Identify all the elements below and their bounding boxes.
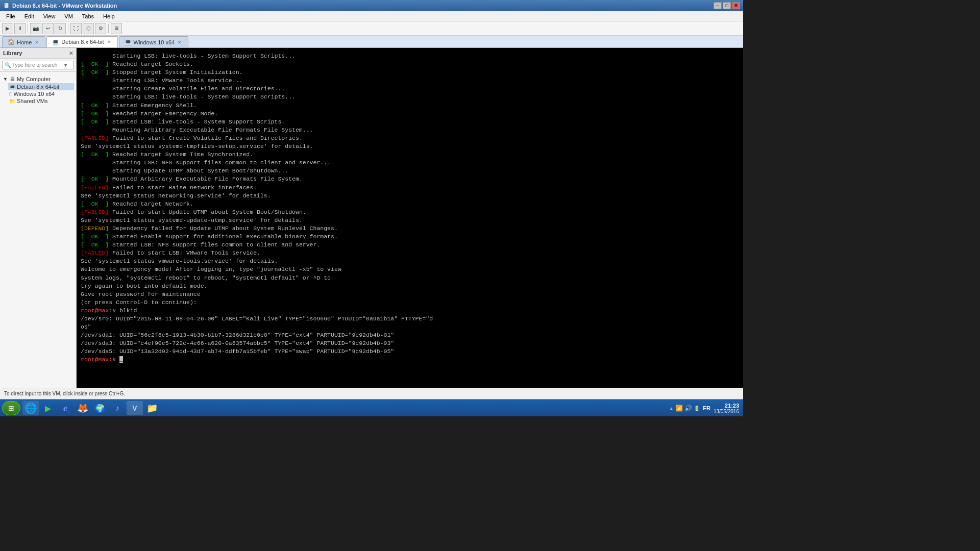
maximize-button[interactable]: □ xyxy=(723,2,731,9)
term-line: [FAILED] Failed to start Update UTMP abo… xyxy=(81,208,739,216)
toolbar-snapshot-btn[interactable]: 📷 xyxy=(30,23,41,34)
library-header: Library ✕ xyxy=(0,48,76,59)
toolbar: ▶ ⏸ 📷 ↩ ↻ ⛶ ⬡ ⚙ 🖥 xyxy=(0,21,743,36)
sidebar-item-debian[interactable]: 💻 Debian 8.x 64-bit xyxy=(8,83,74,90)
menu-view[interactable]: View xyxy=(39,12,60,20)
status-bar: To direct input to this VM, click inside… xyxy=(0,388,743,399)
tab-home-close[interactable]: ✕ xyxy=(34,39,40,45)
tab-windows10[interactable]: 💻 Windows 10 x64 ✕ xyxy=(119,36,189,47)
term-line: Give root password for maintenance xyxy=(81,290,739,298)
library-close-button[interactable]: ✕ xyxy=(69,51,73,56)
taskbar-firefox[interactable]: 🦊 xyxy=(75,401,91,415)
tray-up-icon[interactable]: ▲ xyxy=(669,406,674,411)
menu-file[interactable]: File xyxy=(2,12,19,20)
term-line: try again to boot into default mode. xyxy=(81,282,739,290)
term-line: Starting Update UTMP about System Boot/S… xyxy=(81,167,739,175)
tab-windows10-close[interactable]: ✕ xyxy=(177,39,183,45)
toolbar-power-btn[interactable]: ▶ xyxy=(2,23,13,34)
term-line: /dev/sda1: UUID="56e2f6c5-1913-4b30-b1b7… xyxy=(81,331,739,339)
term-line: (or press Control-D to continue): xyxy=(81,298,739,307)
chrome-icon: 🌐 xyxy=(24,402,37,414)
itunes-icon: ♪ xyxy=(115,404,119,413)
debian-label: Debian 8.x 64-bit xyxy=(17,84,59,90)
term-line: See 'systemctl status systemd-update-utm… xyxy=(81,216,739,224)
term-line: [ OK ] Reached target Emergency Mode. xyxy=(81,110,739,118)
taskbar-network[interactable]: 🌍 xyxy=(92,401,108,415)
home-icon: 🏠 xyxy=(8,39,15,45)
terminal-display[interactable]: Starting LSB: live-tools - System Suppor… xyxy=(77,48,743,388)
term-line: [ OK ] Started LSB: live-tools - System … xyxy=(81,118,739,126)
term-line: /dev/sda5: UUID="13a32d92-94dd-43d7-ab74… xyxy=(81,347,739,356)
term-line: Starting LSB: live-tools - System Suppor… xyxy=(81,93,739,101)
minimize-button[interactable]: ─ xyxy=(714,2,722,9)
term-line: [ OK ] Reached target Network. xyxy=(81,200,739,208)
network-icon: 🌍 xyxy=(95,404,105,413)
term-line: /dev/sr0: UUID="2015-08-11-08-04-26-00" … xyxy=(81,315,739,323)
tab-home[interactable]: 🏠 Home ✕ xyxy=(2,36,45,47)
toolbar-revert-btn[interactable]: ↩ xyxy=(42,23,54,34)
tab-debian[interactable]: 💻 Debian 8.x 64-bit ✕ xyxy=(46,36,117,47)
menu-vm[interactable]: VM xyxy=(60,12,77,20)
tab-debian-close[interactable]: ✕ xyxy=(106,39,112,45)
tray-battery-icon[interactable]: 🔋 xyxy=(694,406,700,411)
toolbar-console-btn[interactable]: 🖥 xyxy=(111,23,122,34)
ie-icon: e xyxy=(63,403,67,414)
firefox-icon: 🦊 xyxy=(77,403,88,414)
shared-label: Shared VMs xyxy=(17,98,48,104)
sidebar-item-windows10[interactable]: □ Windows 10 x64 xyxy=(8,90,74,97)
vmware-icon: V xyxy=(132,404,137,412)
sidebar-item-shared[interactable]: 📁 Shared VMs xyxy=(8,97,74,105)
term-line: See 'systemctl status systemd-tmpfiles-s… xyxy=(81,142,739,151)
taskbar-folder[interactable]: 📁 xyxy=(144,401,160,415)
term-line: [ OK ] Reached target Sockets. xyxy=(81,60,739,68)
main-content: Library ✕ 🔍 ▼ ▼ 🖥 My Computer 💻 D xyxy=(0,48,743,388)
close-button[interactable]: ✕ xyxy=(732,2,740,9)
toolbar-unity-btn[interactable]: ⬡ xyxy=(83,23,94,34)
toolbar-settings-btn[interactable]: ⚙ xyxy=(95,23,106,34)
taskbar-ie[interactable]: e xyxy=(57,401,74,415)
term-line: See 'systemctl status networking.service… xyxy=(81,192,739,200)
debian-tab-icon: 💻 xyxy=(52,39,59,45)
toolbar-pause-btn[interactable]: ⏸ xyxy=(14,23,26,34)
library-title: Library xyxy=(3,50,22,56)
tab-home-label: Home xyxy=(17,39,32,45)
app-icon: 🖥 xyxy=(3,2,9,9)
taskbar-clock[interactable]: 21:23 13/05/2016 xyxy=(714,403,739,414)
search-input[interactable] xyxy=(12,62,63,68)
taskbar-chrome[interactable]: 🌐 xyxy=(22,401,39,415)
my-computer-node[interactable]: ▼ 🖥 My Computer xyxy=(2,75,74,83)
tray-network-icon[interactable]: 📶 xyxy=(675,405,683,412)
toolbar-fullscreen-btn[interactable]: ⛶ xyxy=(70,23,82,34)
term-line: Starting LSB: live-tools - System Suppor… xyxy=(81,52,739,60)
toolbar-refresh-btn[interactable]: ↻ xyxy=(55,23,66,34)
menu-edit[interactable]: Edit xyxy=(20,12,38,20)
taskbar-apps: 🌐 ▶ e 🦊 🌍 ♪ V 📁 xyxy=(22,401,669,415)
taskbar-vmware[interactable]: V xyxy=(127,401,143,415)
taskbar-itunes[interactable]: ♪ xyxy=(109,401,126,415)
term-line: [ OK ] Reached target System Time Synchr… xyxy=(81,151,739,159)
tray-volume-icon[interactable]: 🔊 xyxy=(684,405,692,412)
term-line: Starting LSB: VMware Tools service... xyxy=(81,77,739,85)
tree-children: 💻 Debian 8.x 64-bit □ Windows 10 x64 📁 S… xyxy=(8,83,74,105)
term-line: [ OK ] Started Emergency Shell. xyxy=(81,102,739,110)
start-button[interactable]: ⊞ xyxy=(2,401,20,415)
tab-debian-label: Debian 8.x 64-bit xyxy=(61,39,104,45)
sidebar: Library ✕ 🔍 ▼ ▼ 🖥 My Computer 💻 D xyxy=(0,48,77,388)
title-bar-controls[interactable]: ─ □ ✕ xyxy=(714,2,740,9)
taskbar-mediaplayer[interactable]: ▶ xyxy=(40,401,56,415)
term-line: [DEPEND] Dependency failed for Update UT… xyxy=(81,224,739,233)
debian-vm-icon: 💻 xyxy=(9,84,15,90)
menu-help[interactable]: Help xyxy=(99,12,119,20)
mediaplayer-icon: ▶ xyxy=(45,404,51,413)
search-icon: 🔍 xyxy=(5,62,11,68)
title-bar: 🖥 Debian 8.x 64-bit - VMware Workstation… xyxy=(0,0,743,11)
term-line: os" xyxy=(81,323,739,331)
term-line: Welcome to emergency mode! After logging… xyxy=(81,265,739,273)
taskbar-time-display: 21:23 xyxy=(714,403,739,409)
search-wrapper[interactable]: 🔍 ▼ xyxy=(2,61,74,69)
search-dropdown-icon[interactable]: ▼ xyxy=(63,63,68,68)
term-line: [ OK ] Started LSB: NFS support files co… xyxy=(81,241,739,249)
taskbar-language[interactable]: FR xyxy=(703,405,710,411)
term-line: [FAILED] Failed to start Raise network i… xyxy=(81,184,739,192)
menu-tabs[interactable]: Tabs xyxy=(78,12,98,20)
